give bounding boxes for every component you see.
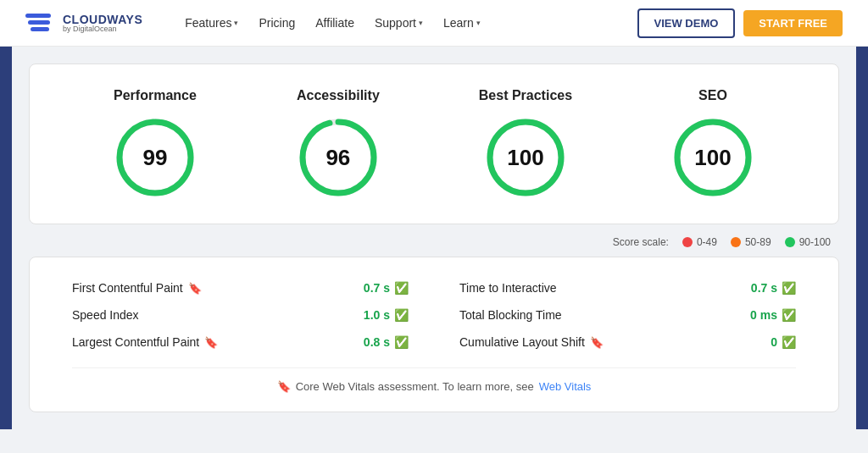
bookmark-icon: 🔖	[590, 336, 604, 349]
nav-features[interactable]: Features ▾	[176, 11, 247, 35]
metric-value-text: 0.7 s	[364, 281, 390, 295]
check-icon: ✅	[782, 281, 796, 295]
scores-card: Performance 99 Accessibility 96 Best Pra…	[29, 64, 839, 224]
side-accent-right	[856, 47, 868, 429]
nav-support[interactable]: Support ▾	[366, 11, 431, 35]
chevron-down-icon: ▾	[234, 19, 238, 27]
metric-name-text: Largest Contentful Paint	[72, 335, 199, 349]
svg-rect-0	[25, 14, 51, 18]
metric-row: First Contentful Paint 🔖 0.7 s ✅	[72, 281, 409, 295]
metric-name-text: First Contentful Paint	[72, 281, 183, 295]
scale-range-mid: 50-89	[745, 236, 771, 248]
metric-value-text: 0	[771, 335, 777, 349]
metric-value: 0.7 s ✅	[364, 281, 409, 295]
nav-links: Features ▾ Pricing Affiliate Support ▾ L…	[176, 11, 616, 35]
logo-icon	[25, 11, 56, 35]
scale-range-high: 90-100	[799, 236, 831, 248]
metric-value-text: 0.7 s	[751, 281, 777, 295]
metric-value-text: 0 ms	[750, 308, 777, 322]
scale-dot-mid	[731, 237, 741, 247]
metric-row: Largest Contentful Paint 🔖 0.8 s ✅	[72, 335, 409, 349]
view-demo-button[interactable]: VIEW DEMO	[637, 8, 736, 38]
score-label: Accessibility	[297, 88, 380, 103]
scale-range-low: 0-49	[697, 236, 717, 248]
scale-dot-high	[785, 237, 795, 247]
web-vitals-link[interactable]: Web Vitals	[539, 380, 592, 393]
check-icon: ✅	[394, 281, 409, 295]
scale-item-mid: 50-89	[731, 236, 771, 248]
navbar: CLOUDWAYS by DigitalOcean Features ▾ Pri…	[0, 0, 868, 47]
score-label: Best Practices	[479, 88, 572, 103]
logo-sub: by DigitalOcean	[63, 25, 142, 33]
metric-name: Largest Contentful Paint 🔖	[72, 335, 218, 349]
metric-row: Speed Index 1.0 s ✅	[72, 308, 409, 322]
scale-dot-low	[682, 237, 693, 247]
nav-pricing-label: Pricing	[259, 16, 295, 30]
score-label: SEO	[698, 88, 727, 103]
score-label: Performance	[114, 88, 197, 103]
nav-pricing[interactable]: Pricing	[250, 11, 303, 35]
scale-item-low: 0-49	[682, 236, 717, 248]
score-item: SEO 100	[670, 88, 755, 200]
side-accent-left	[0, 47, 12, 429]
metric-value: 1.0 s ✅	[364, 308, 409, 322]
nav-affiliate-label: Affiliate	[315, 16, 354, 30]
metric-name: Speed Index	[72, 308, 139, 322]
nav-learn-label: Learn	[443, 16, 474, 30]
nav-actions: VIEW DEMO START FREE	[637, 8, 843, 38]
footer-note-text: Core Web Vitals assessment. To learn mor…	[296, 380, 534, 393]
metric-name-text: Speed Index	[72, 308, 139, 322]
score-value: 100	[507, 145, 543, 171]
metric-value: 0.8 s ✅	[364, 335, 409, 349]
metric-name: Cumulative Layout Shift 🔖	[459, 335, 604, 349]
nav-features-label: Features	[185, 16, 231, 30]
metric-value-text: 1.0 s	[364, 308, 390, 322]
score-value: 99	[142, 145, 167, 171]
score-scale-row: Score scale: 0-49 50-89 90-100	[29, 236, 839, 257]
metric-name-text: Cumulative Layout Shift	[459, 335, 585, 349]
score-item: Best Practices 100	[479, 88, 572, 200]
page-wrapper: Performance 99 Accessibility 96 Best Pra…	[0, 47, 868, 429]
score-value: 100	[694, 145, 731, 171]
metric-name: Time to Interactive	[459, 281, 557, 295]
check-icon: ✅	[394, 335, 409, 349]
footer-bookmark-icon: 🔖	[277, 380, 291, 393]
start-free-button[interactable]: START FREE	[743, 10, 843, 36]
nav-learn[interactable]: Learn ▾	[435, 11, 489, 35]
logo[interactable]: CLOUDWAYS by DigitalOcean	[25, 11, 142, 35]
metric-value-text: 0.8 s	[364, 335, 390, 349]
chevron-down-icon: ▾	[476, 19, 481, 27]
metrics-footer: 🔖 Core Web Vitals assessment. To learn m…	[72, 367, 796, 393]
bookmark-icon: 🔖	[188, 282, 202, 295]
score-item: Performance 99	[113, 88, 198, 200]
metric-value: 0 ✅	[771, 335, 796, 349]
inner-content: Performance 99 Accessibility 96 Best Pra…	[12, 47, 856, 429]
main-content: Performance 99 Accessibility 96 Best Pra…	[12, 47, 856, 429]
score-item: Accessibility 96	[296, 88, 381, 200]
logo-text: CLOUDWAYS by DigitalOcean	[63, 14, 142, 33]
metric-row: Time to Interactive 0.7 s ✅	[459, 281, 796, 295]
metric-name-text: Time to Interactive	[459, 281, 557, 295]
chevron-down-icon: ▾	[419, 19, 423, 27]
nav-affiliate[interactable]: Affiliate	[307, 11, 363, 35]
score-circle: 96	[296, 115, 381, 200]
svg-rect-1	[28, 20, 50, 25]
metric-value: 0 ms ✅	[750, 308, 796, 322]
check-icon: ✅	[782, 335, 796, 349]
bookmark-icon: 🔖	[204, 336, 218, 349]
check-icon: ✅	[782, 308, 796, 322]
metric-row: Cumulative Layout Shift 🔖 0 ✅	[459, 335, 796, 349]
metric-name-text: Total Blocking Time	[459, 308, 562, 322]
score-value: 96	[326, 145, 350, 171]
check-icon: ✅	[394, 308, 409, 322]
metrics-grid: First Contentful Paint 🔖 0.7 s ✅ Time to…	[72, 281, 796, 349]
metrics-card: First Contentful Paint 🔖 0.7 s ✅ Time to…	[29, 257, 839, 412]
logo-brand: CLOUDWAYS	[63, 14, 142, 25]
metric-row: Total Blocking Time 0 ms ✅	[459, 308, 796, 322]
svg-rect-2	[31, 27, 49, 31]
metric-name: Total Blocking Time	[459, 308, 562, 322]
metric-value: 0.7 s ✅	[751, 281, 796, 295]
nav-support-label: Support	[375, 16, 416, 30]
metric-name: First Contentful Paint 🔖	[72, 281, 202, 295]
score-circle: 100	[483, 115, 568, 200]
